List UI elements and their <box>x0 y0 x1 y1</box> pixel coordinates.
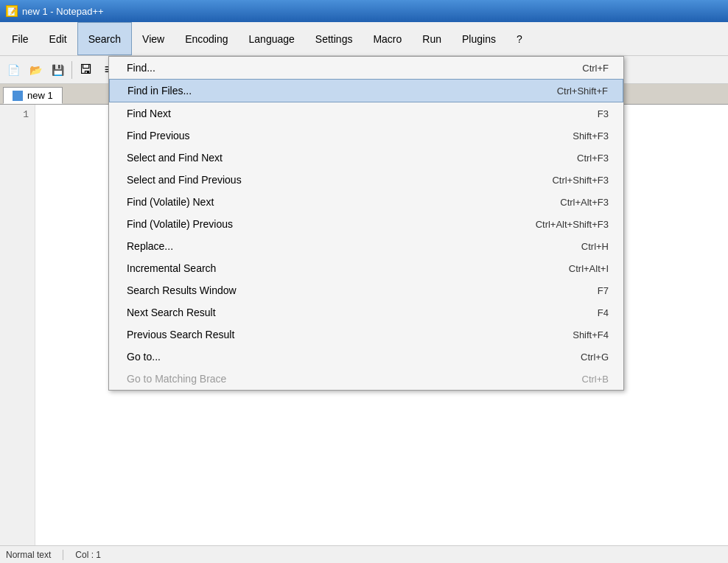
menu-search-results-window[interactable]: Search Results Window F7 <box>109 279 623 301</box>
menu-run[interactable]: Run <box>412 22 452 55</box>
menu-encoding[interactable]: Encoding <box>175 22 238 55</box>
menu-find-volatile-next[interactable]: Find (Volatile) Next Ctrl+Alt+F3 <box>109 191 623 213</box>
menu-find-next[interactable]: Find Next F3 <box>109 102 623 125</box>
menu-find-volatile-next-shortcut: Ctrl+Alt+F3 <box>560 197 609 208</box>
menu-settings[interactable]: Settings <box>305 22 363 55</box>
menu-replace-shortcut: Ctrl+H <box>581 241 609 252</box>
search-dropdown: Find... Ctrl+F Find in Files... Ctrl+Shi… <box>108 56 624 391</box>
toolbar-save[interactable]: 💾 <box>47 60 68 80</box>
menu-goto-matching-brace-label: Go to Matching Brace <box>127 373 226 385</box>
toolbar-separator-1 <box>71 61 72 79</box>
menu-next-search-result[interactable]: Next Search Result F4 <box>109 301 623 324</box>
line-number-1: 1 <box>6 109 29 120</box>
menu-select-find-next-shortcut: Ctrl+F3 <box>577 153 609 164</box>
title-bar: 📝 new 1 - Notepad++ <box>0 0 728 22</box>
menu-goto-label: Go to... <box>127 351 161 363</box>
menu-find-next-label: Find Next <box>127 108 171 119</box>
status-bar: Normal text Col : 1 <box>0 545 728 563</box>
menu-find-previous[interactable]: Find Previous Shift+F3 <box>109 125 623 147</box>
menu-search-results-window-label: Search Results Window <box>127 284 237 296</box>
tab-label: new 1 <box>27 90 53 101</box>
menu-find-volatile-previous[interactable]: Find (Volatile) Previous Ctrl+Alt+Shift+… <box>109 213 623 235</box>
menu-replace-label: Replace... <box>127 240 173 252</box>
menu-file[interactable]: File <box>1 22 39 55</box>
menu-plugins[interactable]: Plugins <box>452 22 506 55</box>
menu-previous-search-result-label: Previous Search Result <box>127 329 234 340</box>
menu-find-shortcut: Ctrl+F <box>582 63 609 74</box>
menu-next-search-result-label: Next Search Result <box>127 307 216 318</box>
toolbar-new[interactable]: 📄 <box>3 60 24 80</box>
menu-incremental-search[interactable]: Incremental Search Ctrl+Alt+I <box>109 257 623 279</box>
menu-bar: File Edit Search View Encoding Language … <box>0 22 728 56</box>
menu-previous-search-result-shortcut: Shift+F4 <box>573 329 609 340</box>
menu-goto[interactable]: Go to... Ctrl+G <box>109 346 623 368</box>
menu-find-in-files-label: Find in Files... <box>127 85 192 97</box>
menu-macro[interactable]: Macro <box>363 22 412 55</box>
menu-goto-matching-brace[interactable]: Go to Matching Brace Ctrl+B <box>109 368 623 390</box>
menu-next-search-result-shortcut: F4 <box>598 307 609 318</box>
status-text-type: Normal text <box>6 550 51 560</box>
menu-goto-matching-brace-shortcut: Ctrl+B <box>582 374 609 385</box>
menu-search[interactable]: Search <box>77 22 132 55</box>
tab-icon <box>13 91 23 101</box>
menu-find-previous-shortcut: Shift+F3 <box>573 130 609 141</box>
menu-language[interactable]: Language <box>239 22 305 55</box>
menu-search-results-window-shortcut: F7 <box>598 285 609 296</box>
menu-find-next-shortcut: F3 <box>598 108 609 119</box>
menu-help[interactable]: ? <box>506 22 533 55</box>
search-menu: Find... Ctrl+F Find in Files... Ctrl+Shi… <box>108 56 624 391</box>
status-separator <box>63 550 63 560</box>
menu-find-volatile-previous-label: Find (Volatile) Previous <box>127 218 233 230</box>
toolbar-extra1[interactable]: 🖫 <box>76 60 97 80</box>
menu-select-find-previous-label: Select and Find Previous <box>127 174 242 186</box>
menu-find-volatile-next-label: Find (Volatile) Next <box>127 196 214 208</box>
tab-new1[interactable]: new 1 <box>3 87 63 104</box>
menu-goto-shortcut: Ctrl+G <box>581 352 609 363</box>
app-icon: 📝 <box>6 5 18 17</box>
line-numbers: 1 <box>0 105 35 545</box>
menu-select-find-next-label: Select and Find Next <box>127 152 223 164</box>
menu-find-in-files-shortcut: Ctrl+Shift+F <box>557 85 608 97</box>
menu-replace[interactable]: Replace... Ctrl+H <box>109 235 623 257</box>
menu-find-volatile-previous-shortcut: Ctrl+Alt+Shift+F3 <box>536 219 609 230</box>
menu-incremental-search-label: Incremental Search <box>127 262 216 274</box>
menu-find-previous-label: Find Previous <box>127 130 190 141</box>
menu-find[interactable]: Find... Ctrl+F <box>109 57 623 79</box>
toolbar-open[interactable]: 📂 <box>25 60 46 80</box>
menu-select-find-previous[interactable]: Select and Find Previous Ctrl+Shift+F3 <box>109 169 623 191</box>
menu-select-find-next[interactable]: Select and Find Next Ctrl+F3 <box>109 147 623 169</box>
menu-incremental-search-shortcut: Ctrl+Alt+I <box>569 263 609 274</box>
menu-view[interactable]: View <box>132 22 175 55</box>
menu-previous-search-result[interactable]: Previous Search Result Shift+F4 <box>109 324 623 346</box>
window-title: new 1 - Notepad++ <box>22 6 104 17</box>
menu-select-find-previous-shortcut: Ctrl+Shift+F3 <box>552 175 609 186</box>
menu-find-in-files[interactable]: Find in Files... Ctrl+Shift+F <box>109 79 623 102</box>
status-col: Col : 1 <box>75 550 101 560</box>
menu-edit[interactable]: Edit <box>39 22 77 55</box>
menu-find-label: Find... <box>127 62 155 74</box>
